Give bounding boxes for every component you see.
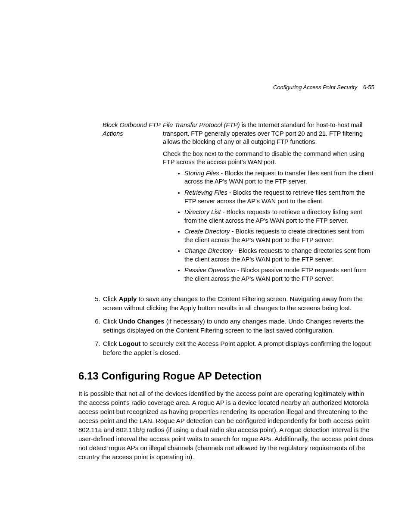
definition-content: File Transfer Protocol (FTP) is the Inte… xyxy=(163,121,374,286)
list-item: Create Directory - Blocks requests to cr… xyxy=(184,227,374,244)
definition-label: Block Outbound FTP Actions xyxy=(102,121,163,286)
numbered-steps: Click Apply to save any changes to the C… xyxy=(78,294,374,357)
step-bold: Logout xyxy=(119,340,141,347)
bullet-term: Retrieving Files xyxy=(184,189,227,196)
step-pre: Click xyxy=(103,295,119,302)
step-bold: Apply xyxy=(119,295,137,302)
check-text-b: access point's xyxy=(207,159,246,165)
step-post: to save any changes to the Content Filte… xyxy=(103,295,363,311)
step-item: Click Logout to securely exit the Access… xyxy=(102,339,374,357)
definition-table: Block Outbound FTP Actions File Transfer… xyxy=(102,121,374,286)
step-pre: Click xyxy=(103,340,119,347)
section-heading: 6.13 Configuring Rogue AP Detection xyxy=(78,370,374,382)
list-item: Passive Operation - Blocks passive mode … xyxy=(184,266,374,283)
ftp-term: File Transfer Protocol (FTP) xyxy=(163,121,240,128)
step-pre: Click xyxy=(103,317,119,325)
list-item: Retrieving Files - Blocks the request to… xyxy=(184,189,374,205)
check-text-c: WAN port. xyxy=(246,159,276,165)
bullet-term: Directory List xyxy=(184,208,221,215)
step-item: Click Undo Changes (if necessary) to und… xyxy=(102,317,374,335)
bullet-list: Storing Files - Blocks the request to tr… xyxy=(163,169,374,283)
page-number: 6-55 xyxy=(363,84,374,90)
list-item: Change Directory - Blocks requests to ch… xyxy=(184,247,374,264)
list-item: Directory List - Blocks requests to retr… xyxy=(184,208,374,225)
bullet-term: Storing Files xyxy=(184,170,219,177)
bullet-term: Passive Operation xyxy=(184,267,235,274)
page-header: Configuring Access Point Security 6-55 xyxy=(78,84,374,90)
step-bold: Undo Changes xyxy=(119,317,165,325)
step-post: to securely exit the Access Point applet… xyxy=(103,340,371,356)
step-item: Click Apply to save any changes to the C… xyxy=(102,294,374,312)
bullet-term: Change Directory xyxy=(184,247,233,254)
check-paragraph: Check the box next to the command to dis… xyxy=(163,150,374,167)
list-item: Storing Files - Blocks the request to tr… xyxy=(184,169,374,186)
page: Configuring Access Point Security 6-55 B… xyxy=(0,0,411,509)
bullet-term: Create Directory xyxy=(184,228,230,235)
section-body: It is possible that not all of the devic… xyxy=(78,389,374,461)
header-title: Configuring Access Point Security xyxy=(273,84,357,90)
